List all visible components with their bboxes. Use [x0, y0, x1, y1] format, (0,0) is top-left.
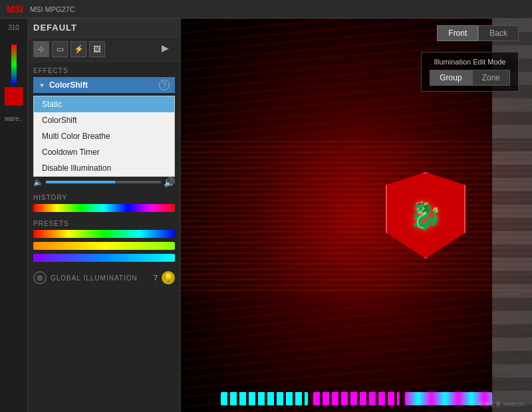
dropdown-item-colorshift[interactable]: ColorShift [34, 112, 174, 128]
rect-tool-btn[interactable]: ▭ [52, 41, 68, 57]
magic-tool-btn[interactable]: ⚡ [70, 41, 86, 57]
illumination-panel: Illumination Edit Mode Group Zone [421, 52, 519, 92]
play-btn[interactable]: ▶ [162, 43, 175, 56]
preset-bar-3[interactable] [33, 254, 175, 262]
history-label: HISTORY [33, 194, 175, 201]
led-strip-pink [313, 392, 400, 405]
panel-header: DEFAULT [28, 19, 180, 37]
dragon-shield: 🐉 [386, 172, 466, 258]
color-bar [11, 45, 17, 84]
effects-section: EFFECTS ▼ ColorShift ? Static ColorShift… [28, 62, 180, 98]
global-illumination-row: ⊗ GLOBAL ILLUMINATION 7 💡 [28, 268, 180, 287]
preset-bar-2[interactable] [33, 242, 175, 250]
global-label: GLOBAL ILLUMINATION [51, 274, 150, 282]
effects-dropdown: Static ColorShift Multi Color Breathe Co… [33, 96, 175, 177]
preset-bar-1[interactable] [33, 230, 175, 238]
presets-section: PRESETS [28, 216, 180, 266]
main-display: 🐉 Front Back Illumination Edit Mode Grou… [181, 19, 532, 412]
global-off-icon[interactable]: ⊗ [33, 271, 47, 284]
dropdown-item-multicolor[interactable]: Multi Color Breathe [34, 128, 174, 144]
history-bar [33, 204, 175, 212]
led-strip-cyan [221, 392, 308, 405]
effect-arrow-icon: ▼ [39, 82, 45, 89]
window-title: MSI MPG27C [30, 5, 75, 13]
main-layout: 310 ware.. DEFAULT ⊹ ▭ ⚡ 🖼 ▶ EFFECTS ▼ C… [0, 19, 532, 412]
left-sidebar: 310 ware.. [0, 19, 28, 412]
dropdown-item-static[interactable]: Static [34, 96, 174, 112]
sidebar-number: 310 [8, 24, 19, 31]
global-settings-icon[interactable]: 💡 [162, 271, 175, 284]
effect-help-icon[interactable]: ? [159, 80, 170, 90]
bright-lines [181, 137, 532, 294]
illumination-title: Illumination Edit Mode [430, 58, 510, 66]
volume-low-icon: 🔈 [33, 177, 43, 187]
volume-high-icon: 🔊 [164, 177, 175, 187]
dropdown-item-cooldown[interactable]: Cooldown Timer [34, 144, 174, 160]
cursor-tool-btn[interactable]: ⊹ [33, 41, 49, 57]
watermark: 电脑之家 www.cn... [477, 400, 529, 409]
volume-slider[interactable] [46, 181, 161, 183]
global-number: 7 [154, 274, 158, 282]
history-section: HISTORY [28, 190, 180, 216]
presets-label: PRESETS [33, 220, 175, 227]
dragon-icon: 🐉 [409, 200, 442, 231]
dragon-logo: 🐉 [386, 172, 466, 258]
dropdown-item-disable[interactable]: Disable Illumination [34, 160, 174, 176]
mode-btn-zone[interactable]: Zone [472, 70, 510, 86]
msi-logo: MSI [7, 4, 23, 15]
monitor-area: 🐉 Front Back Illumination Edit Mode Grou… [181, 19, 532, 412]
shield-shape: 🐉 [386, 172, 466, 258]
mode-buttons: Group Zone [430, 70, 510, 86]
tab-front[interactable]: Front [437, 25, 478, 41]
effect-row[interactable]: ▼ ColorShift ? Static ColorShift Multi C… [33, 77, 175, 93]
software-label: ware.. [5, 115, 23, 122]
tab-back[interactable]: Back [478, 25, 519, 41]
image-tool-btn[interactable]: 🖼 [89, 41, 105, 57]
panel-title: DEFAULT [33, 23, 175, 33]
red-swatch[interactable] [5, 87, 23, 106]
mode-btn-group[interactable]: Group [430, 70, 471, 86]
title-bar: MSI MSI MPG27C [0, 0, 532, 19]
display-tabs: Front Back [437, 25, 519, 41]
effects-label: EFFECTS [33, 67, 175, 74]
controls-panel: DEFAULT ⊹ ▭ ⚡ 🖼 ▶ EFFECTS ▼ ColorShift ?… [28, 19, 181, 412]
toolbar: ⊹ ▭ ⚡ 🖼 ▶ [28, 37, 180, 62]
effect-name: ColorShift [49, 80, 88, 90]
